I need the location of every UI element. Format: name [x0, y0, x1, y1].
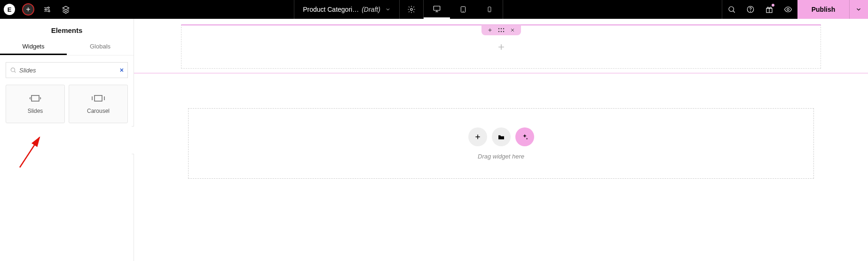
- preview-button[interactable]: [779, 0, 797, 19]
- drag-section-handle[interactable]: [497, 26, 505, 34]
- search-icon: [10, 67, 16, 73]
- carousel-icon: [90, 94, 106, 103]
- mobile-device-button[interactable]: [476, 0, 503, 19]
- svg-point-2: [48, 10, 50, 12]
- widget-results: Slides Carousel: [0, 85, 134, 123]
- eye-icon: [784, 5, 792, 14]
- search-box: ×: [6, 62, 128, 78]
- section-divider: [134, 73, 868, 73]
- panel-title: Elements: [0, 19, 134, 39]
- svg-point-19: [500, 28, 501, 29]
- sparkle-icon: [521, 133, 529, 141]
- svg-point-14: [11, 68, 15, 71]
- svg-point-0: [48, 7, 49, 8]
- publish-button[interactable]: Publish: [797, 0, 849, 19]
- topbar-center: Product Categori… (Draft): [294, 0, 503, 19]
- svg-line-17: [20, 137, 39, 167]
- publish-label: Publish: [812, 6, 836, 13]
- widget-carousel[interactable]: Carousel: [69, 85, 128, 123]
- svg-point-6: [463, 11, 464, 12]
- drag-hint-text: Drag widget here: [478, 153, 524, 160]
- publish-group: Publish: [797, 0, 868, 19]
- widget-label: Carousel: [87, 108, 110, 114]
- search-wrap: ×: [0, 55, 134, 85]
- panel-tabs: Widgets Globals: [0, 39, 134, 55]
- publish-options-button[interactable]: [849, 0, 868, 19]
- plus-icon: [487, 27, 493, 33]
- add-element-button[interactable]: +: [19, 0, 38, 19]
- responsive-devices: [424, 0, 503, 19]
- help-button[interactable]: [741, 0, 760, 19]
- search-icon: [727, 5, 736, 14]
- widget-slides[interactable]: Slides: [6, 85, 65, 123]
- logo-letter: E: [8, 6, 12, 13]
- document-status: (Draft): [362, 6, 380, 13]
- tablet-icon: [459, 5, 467, 14]
- add-section-button[interactable]: [486, 26, 494, 34]
- dropzone-actions: [468, 127, 534, 146]
- layers-icon: [62, 5, 70, 14]
- grip-icon: [498, 28, 505, 32]
- svg-point-1: [45, 9, 47, 10]
- topbar-right-icons: [722, 0, 797, 19]
- site-settings-button[interactable]: [38, 0, 56, 19]
- document-name: Product Categori…: [303, 6, 359, 13]
- folder-icon: [497, 134, 505, 140]
- svg-point-11: [750, 11, 751, 11]
- tab-widgets[interactable]: Widgets: [0, 39, 67, 55]
- plus-icon: [474, 133, 481, 141]
- tab-globals[interactable]: Globals: [67, 39, 134, 55]
- notification-dot: [772, 4, 774, 7]
- svg-rect-4: [434, 6, 440, 10]
- close-icon: [510, 27, 515, 33]
- new-section-dropzone[interactable]: Drag widget here: [188, 108, 814, 179]
- section-controls: [481, 25, 521, 35]
- topbar-left: E +: [0, 0, 75, 19]
- svg-point-9: [729, 7, 734, 12]
- elementor-logo[interactable]: E: [0, 0, 19, 19]
- svg-point-18: [498, 28, 499, 29]
- svg-rect-16: [95, 95, 102, 101]
- svg-point-20: [503, 28, 504, 29]
- finder-search-button[interactable]: [722, 0, 741, 19]
- slides-icon: [28, 94, 42, 103]
- whats-new-button[interactable]: [760, 0, 779, 19]
- desktop-icon: [432, 5, 442, 13]
- add-template-button[interactable]: [492, 127, 511, 146]
- structure-button[interactable]: [56, 0, 75, 19]
- add-new-section-button[interactable]: [468, 127, 487, 146]
- tablet-device-button[interactable]: [450, 0, 476, 19]
- desktop-device-button[interactable]: [424, 0, 450, 19]
- help-icon: [746, 5, 755, 14]
- plus-icon: +: [22, 3, 34, 16]
- svg-point-21: [498, 31, 499, 32]
- elements-panel: Elements Widgets Globals × Slides Carous…: [0, 19, 134, 261]
- gear-icon: [407, 5, 416, 14]
- delete-section-button[interactable]: [509, 26, 516, 34]
- svg-point-22: [500, 31, 501, 32]
- annotation-arrow: [16, 134, 49, 171]
- widget-label: Slides: [28, 108, 43, 114]
- add-widget-placeholder[interactable]: [497, 42, 506, 52]
- svg-point-8: [489, 11, 490, 11]
- document-title[interactable]: Product Categori… (Draft): [294, 0, 399, 19]
- chevron-down-icon: [385, 7, 391, 12]
- chevron-down-icon: [855, 6, 862, 13]
- svg-point-13: [787, 8, 789, 11]
- sliders-icon: [43, 5, 51, 14]
- svg-point-23: [503, 31, 504, 32]
- clear-search-button[interactable]: ×: [120, 66, 124, 74]
- svg-point-3: [410, 8, 413, 11]
- top-bar: E + Product Categori… (Draft): [0, 0, 868, 19]
- svg-rect-15: [32, 95, 39, 101]
- topbar-right: Publish: [722, 0, 868, 19]
- ai-button[interactable]: [515, 127, 534, 146]
- mobile-icon: [486, 5, 493, 14]
- existing-section[interactable]: [181, 24, 821, 69]
- widget-search-input[interactable]: [19, 67, 117, 74]
- editor-canvas: Drag widget here: [134, 19, 868, 261]
- page-settings-button[interactable]: [399, 0, 424, 19]
